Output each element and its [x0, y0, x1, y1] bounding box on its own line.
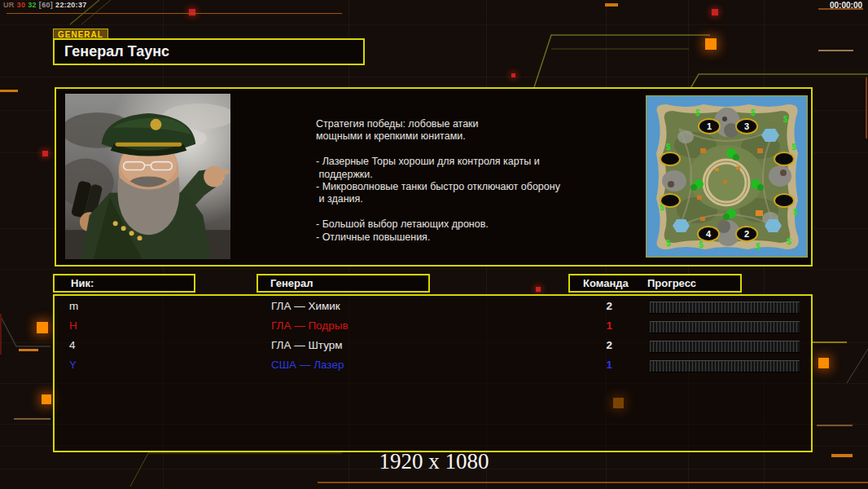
debug-cap: [60] [39, 1, 53, 9]
player-row: H ГЛА — Подрыв 1 [55, 317, 811, 337]
players-table: m ГЛА — Химик 2 H ГЛА — Подрыв 1 4 ГЛА —… [53, 294, 813, 452]
svg-text:$: $ [756, 242, 761, 251]
player-progress-bar [650, 341, 800, 353]
debug-prefix: UR [3, 1, 15, 9]
svg-text:$: $ [787, 237, 791, 246]
header-team-label: Команда [583, 275, 629, 291]
player-team: 2 [563, 300, 612, 312]
map-start-marker: 2 [744, 229, 749, 239]
general-portrait [65, 94, 230, 259]
player-progress-bar [650, 360, 800, 372]
player-team: 2 [563, 339, 612, 351]
header-general: Генерал [256, 274, 430, 293]
player-row: Y США — Лазер 1 [55, 356, 811, 376]
player-row: 4 ГЛА — Штурм 2 [55, 337, 811, 356]
svg-text:$: $ [666, 239, 671, 248]
match-timer: 00:00:00 [830, 1, 862, 10]
player-general: ГЛА — Подрыв [271, 319, 349, 332]
map-preview: $$$ $$$ $$$ $$ 1 3 4 2 [646, 95, 808, 258]
debug-fps-readout: UR3032[60]22:20:37 [3, 1, 90, 9]
header-nick: Ник: [53, 274, 195, 293]
svg-text:$: $ [695, 108, 700, 117]
player-general: ГЛА — Химик [271, 300, 340, 312]
player-nick: H [69, 319, 77, 332]
player-general: США — Лазер [271, 359, 344, 371]
svg-text:$: $ [793, 208, 798, 217]
header-progress-label: Прогресс [647, 275, 696, 291]
header-team-progress: Команда Прогресс [568, 274, 742, 293]
debug-fps: 30 [17, 1, 26, 9]
resolution-label: 1920 x 1080 [0, 449, 868, 474]
map-start-marker: 1 [707, 121, 712, 131]
player-nick: 4 [69, 339, 76, 351]
player-general: ГЛА — Штурм [271, 339, 343, 351]
svg-text:$: $ [751, 108, 756, 117]
player-team: 1 [563, 319, 612, 332]
strategy-description: Стратегия победы: лобовые атаки мощными … [316, 118, 585, 244]
map-start-marker: 3 [744, 121, 749, 131]
player-progress-bar [650, 302, 800, 314]
svg-text:$: $ [791, 143, 796, 152]
svg-text:$: $ [666, 143, 671, 152]
general-name-title: Генерал Таунс [53, 38, 365, 65]
player-nick: Y [69, 359, 77, 371]
map-start-marker: 4 [706, 229, 712, 239]
player-progress-bar [650, 321, 800, 333]
svg-text:$: $ [699, 240, 704, 249]
svg-text:$: $ [783, 115, 788, 124]
debug-value: 32 [28, 1, 37, 9]
player-row: m ГЛА — Химик 2 [55, 297, 811, 317]
player-nick: m [69, 300, 78, 312]
player-team: 1 [563, 359, 612, 371]
debug-clock: 22:20:37 [55, 1, 86, 9]
